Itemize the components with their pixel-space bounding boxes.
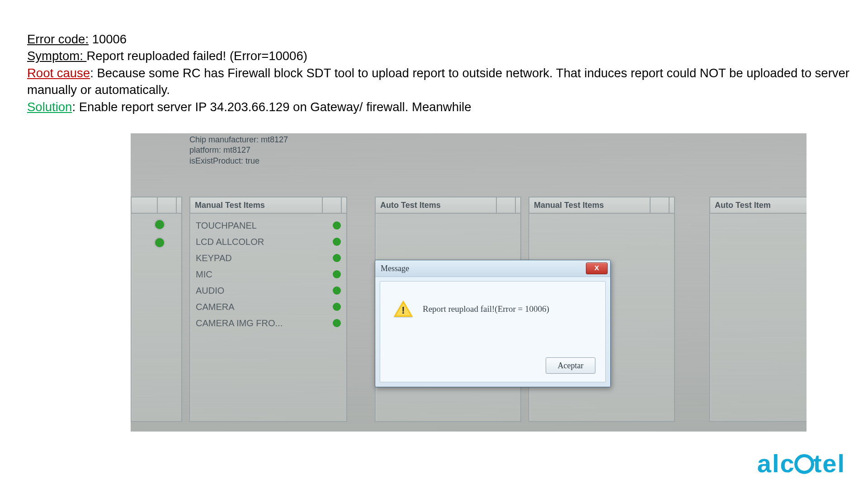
- device-info-line: Chip manufacturer: mt8127: [189, 135, 288, 145]
- list-item: KEYPAD: [196, 250, 341, 266]
- close-button[interactable]: X: [586, 263, 608, 274]
- auto-test-items-panel-2: Auto Test Item: [709, 197, 807, 422]
- pass-dot-icon: [333, 319, 341, 327]
- list-item: CAMERA IMG FRO...: [196, 315, 341, 331]
- list-item: AUDIO: [196, 282, 341, 299]
- error-code-line: Error code: 10006: [27, 31, 859, 47]
- device-info-line: isExistProduct: true: [189, 156, 288, 166]
- status-dot-icon: [155, 238, 164, 247]
- list-item: CAMERA: [196, 299, 341, 315]
- panel-header: Manual Test Items: [529, 197, 674, 214]
- root-cause-label: Root cause: [27, 66, 90, 80]
- error-code-label: Error code:: [27, 32, 89, 46]
- close-icon: X: [594, 264, 599, 272]
- status-dots-panel: [131, 197, 182, 422]
- accept-button[interactable]: Aceptar: [546, 357, 595, 374]
- panel-header: Auto Test Item: [710, 197, 807, 214]
- panel-header: Auto Test Items: [376, 197, 520, 214]
- panel-header: [132, 197, 181, 214]
- list-item: MIC: [196, 266, 341, 282]
- panel-title: Auto Test Items: [380, 201, 441, 210]
- device-info: Chip manufacturer: mt8127 platform: mt81…: [189, 135, 288, 166]
- embedded-screenshot: Chip manufacturer: mt8127 platform: mt81…: [131, 133, 807, 432]
- panel-title: Manual Test Items: [534, 201, 604, 210]
- dialog-message: Report reupload fail!(Error = 10006): [423, 304, 549, 314]
- symptom-label: Symptom:: [27, 49, 86, 63]
- test-item-list: TOUCHPANEL LCD ALLCOLOR KEYPAD MIC AUDIO…: [196, 217, 341, 331]
- accept-button-label: Aceptar: [558, 361, 584, 371]
- manual-test-items-panel: Manual Test Items TOUCHPANEL LCD ALLCOLO…: [189, 197, 347, 422]
- list-item: TOUCHPANEL: [196, 217, 341, 234]
- pass-dot-icon: [333, 254, 341, 262]
- status-dot-icon: [155, 220, 164, 229]
- dialog-titlebar[interactable]: Message X: [375, 260, 610, 277]
- warning-icon: !: [394, 300, 413, 318]
- panel-title: Manual Test Items: [195, 201, 265, 210]
- pass-dot-icon: [333, 238, 341, 246]
- dialog-title: Message: [381, 264, 586, 273]
- pass-dot-icon: [333, 286, 341, 295]
- list-item: LCD ALLCOLOR: [196, 234, 341, 250]
- solution-label: Solution: [27, 100, 72, 114]
- pass-dot-icon: [333, 221, 341, 230]
- pass-dot-icon: [333, 303, 341, 311]
- panel-header: Manual Test Items: [190, 197, 346, 214]
- symptom-line: Symptom: Report reuploaded failed! (Erro…: [27, 47, 859, 64]
- error-code-value: 10006: [89, 32, 127, 46]
- device-info-line: platform: mt8127: [189, 145, 288, 155]
- root-cause-value: : Because some RC has Firewall block SDT…: [27, 66, 849, 97]
- symptom-value: Report reuploaded failed! (Error=10006): [86, 49, 307, 63]
- error-description-block: Error code: 10006 Symptom: Report reuplo…: [27, 31, 859, 115]
- solution-line: Solution: Enable report server IP 34.203…: [27, 99, 859, 115]
- dialog-body: ! Report reupload fail!(Error = 10006) A…: [380, 281, 606, 382]
- pass-dot-icon: [333, 270, 341, 278]
- solution-value: : Enable report server IP 34.203.66.129 …: [72, 100, 471, 114]
- panel-title: Auto Test Item: [715, 201, 771, 210]
- message-dialog: Message X ! Report reupload fail!(Error …: [375, 260, 611, 387]
- alcatel-logo: alctel: [757, 451, 845, 476]
- root-cause-line: Root cause: Because some RC has Firewall…: [27, 65, 859, 99]
